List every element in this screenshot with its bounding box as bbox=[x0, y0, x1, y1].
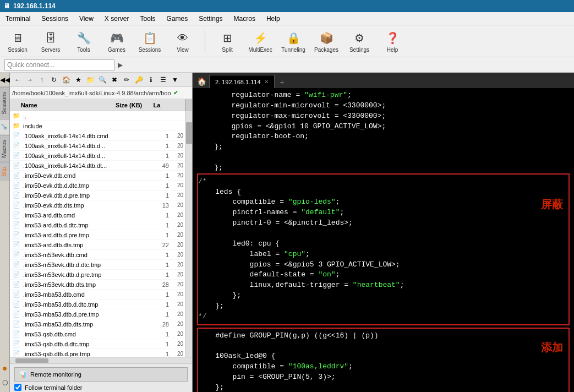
menu-view[interactable]: View bbox=[74, 12, 99, 25]
menu-games[interactable]: Games bbox=[161, 12, 194, 25]
bottom-icon[interactable]: ⬡ bbox=[0, 375, 9, 390]
list-item[interactable]: 📄 .imx53-mba53.dtb.d.pre.tmp 1 20 bbox=[10, 309, 185, 319]
list-item[interactable]: 📄 .imx53-mba53.dtb.d.dtc.tmp 1 20 bbox=[10, 300, 185, 309]
fp-btn-forward[interactable]: → bbox=[24, 74, 35, 85]
toolbar-sessions[interactable]: 📋 Sessions bbox=[136, 29, 163, 53]
list-item[interactable]: 📄 .100ask_imx6ull-14x14.dtb.d... 1 20 bbox=[10, 141, 185, 151]
list-item[interactable]: 📄 .imx53-ard.dtb.dts.tmp 22 20 bbox=[10, 240, 185, 250]
follow-terminal-checkbox[interactable] bbox=[14, 384, 21, 391]
fp-btn-newfolder[interactable]: 📁 bbox=[85, 74, 96, 85]
list-item[interactable]: 📄 .100ask_imx6ull-14x14.dtb.dt... 49 20 bbox=[10, 161, 185, 171]
list-item[interactable]: 📄 .imx50-evk.dtb.cmd 1 20 bbox=[10, 171, 185, 181]
file-size: 1 bbox=[155, 192, 172, 199]
file-icon: 📄 bbox=[12, 231, 21, 239]
annotation-added: 添加 bbox=[541, 340, 563, 355]
fp-btn-delete[interactable]: ✖ bbox=[109, 74, 120, 85]
fp-btn-permissions[interactable]: 🔑 bbox=[133, 74, 144, 85]
fp-btn-home[interactable]: 🏠 bbox=[61, 74, 72, 85]
file-size: 1 bbox=[155, 351, 172, 357]
list-item[interactable]: 📄 .imx53-qsb.dtb.cmd 1 20 bbox=[10, 329, 185, 339]
file-name: .imx53-ard.dtb.dts.tmp bbox=[23, 242, 155, 248]
menu-tools[interactable]: Tools bbox=[135, 12, 161, 25]
file-size: 28 bbox=[155, 281, 172, 288]
fp-btn-up[interactable]: ↑ bbox=[36, 74, 47, 85]
fp-btn-back[interactable]: ← bbox=[12, 74, 23, 85]
remote-monitoring-button[interactable]: 📊 Remote monitoring bbox=[14, 367, 188, 382]
toolbar-settings[interactable]: ⚙ Settings bbox=[346, 29, 373, 53]
collapse-icon[interactable]: ◀◀ bbox=[0, 73, 9, 87]
tab-close-icon[interactable]: ✕ bbox=[264, 79, 269, 85]
file-date: 20 bbox=[172, 242, 185, 248]
split-icon: ⊞ bbox=[218, 29, 236, 47]
file-icon: 📄 bbox=[12, 241, 21, 249]
list-item[interactable]: 📄 .imx53-m53evk.dtb.d.pre.tmp 1 20 bbox=[10, 270, 185, 280]
toolbar-servers[interactable]: 🗄 Servers bbox=[37, 29, 64, 53]
file-icon: 📄 bbox=[12, 290, 21, 299]
menu-terminal[interactable]: Terminal bbox=[0, 12, 36, 25]
sftp-active-icon[interactable]: ● bbox=[0, 361, 9, 375]
list-item[interactable]: 📄 .imx53-m53evk.dtb.dts.tmp 28 20 bbox=[10, 280, 185, 290]
tab-add-button[interactable]: + bbox=[276, 76, 289, 88]
toolbar-tunneling[interactable]: 🔒 Tunneling bbox=[280, 29, 307, 53]
fp-btn-more[interactable]: ▼ bbox=[170, 74, 181, 85]
list-item[interactable]: 📄 .100ask_imx6ull-14x14.dtb.cmd 1 20 bbox=[10, 131, 185, 141]
menu-sessions[interactable]: Sessions bbox=[36, 12, 74, 25]
fp-btn-info[interactable]: ℹ bbox=[145, 74, 156, 85]
list-item[interactable]: 📄 .imx50-evk.dtb.d.pre.tmp 1 20 bbox=[10, 190, 185, 200]
menu-macros[interactable]: Macros bbox=[228, 12, 261, 25]
annotation-shielded: 屏蔽 bbox=[541, 197, 563, 212]
file-icon: 📄 bbox=[12, 201, 21, 210]
sidebar-sftp[interactable]: Sftp bbox=[0, 162, 9, 181]
list-item[interactable]: 📄 .imx53-ard.dtb.d.dtc.tmp 1 20 bbox=[10, 220, 185, 230]
sidebar-macros[interactable]: Macros bbox=[0, 135, 9, 162]
terminal-tabs: 🏠 2. 192.168.1.114 ✕ + bbox=[193, 73, 574, 88]
toolbar-help[interactable]: ❓ Help bbox=[379, 29, 406, 53]
toolbar-view[interactable]: 👁 View bbox=[170, 29, 196, 53]
file-date: 20 bbox=[172, 192, 185, 198]
toolbar-session[interactable]: 🖥 Session bbox=[4, 29, 31, 53]
list-item[interactable]: 📄 .imx53-ard.dtb.d.pre.tmp 1 20 bbox=[10, 230, 185, 240]
toolbar-multiexec[interactable]: ⚡ MultiExec bbox=[247, 29, 274, 53]
terminal-body[interactable]: regulator-name = "wifi-pwr"; regulator-m… bbox=[193, 88, 574, 392]
fp-btn-menu[interactable]: ☰ bbox=[157, 74, 168, 85]
list-item[interactable]: 📄 .100ask_imx6ull-14x14.dtb.d... 1 20 bbox=[10, 151, 185, 161]
list-item[interactable]: 📄 .imx50-evk.dtb.d.dtc.tmp 1 20 bbox=[10, 181, 185, 190]
menu-help[interactable]: Help bbox=[261, 12, 286, 25]
filelist-scrollbar[interactable] bbox=[185, 111, 192, 357]
quickconnect-input[interactable] bbox=[4, 59, 114, 70]
fp-btn-filter[interactable]: 🔍 bbox=[97, 74, 108, 85]
list-item[interactable]: 📄 .imx53-m53evk.dtb.d.dtc.tmp 1 20 bbox=[10, 260, 185, 270]
folder-icon: 📁 bbox=[12, 112, 21, 121]
list-item[interactable]: 📄 .imx53-mba53.dtb.cmd 1 20 bbox=[10, 290, 185, 300]
toolbar-tools[interactable]: 🔧 Tools bbox=[70, 29, 97, 53]
toolbar-split[interactable]: ⊞ Split bbox=[214, 29, 240, 53]
list-item[interactable]: 📄 .imx50-evk.dtb.dts.tmp 13 20 bbox=[10, 200, 185, 210]
list-item[interactable]: 📄 .imx53-ard.dtb.cmd 1 20 bbox=[10, 210, 185, 220]
menu-settings[interactable]: Settings bbox=[193, 12, 228, 25]
sidebar-sessions[interactable]: Sessions bbox=[0, 87, 9, 119]
toolbar-view-label: View bbox=[177, 47, 189, 53]
terminal-tab-1[interactable]: 2. 192.168.1.114 ✕ bbox=[209, 75, 275, 88]
fp-btn-refresh[interactable]: ↻ bbox=[48, 74, 59, 85]
fp-btn-rename[interactable]: ✏ bbox=[121, 74, 132, 85]
terminal-content: regulator-name = "wifi-pwr"; regulator-m… bbox=[193, 88, 574, 392]
list-item[interactable]: 📄 .imx53-qsb.dtb.d.pre.tmp 1 20 bbox=[10, 349, 185, 357]
toolbar-session-label: Session bbox=[8, 47, 28, 53]
menu-xserver[interactable]: X server bbox=[99, 12, 135, 25]
file-date: 20 bbox=[172, 212, 185, 218]
tab-home-icon[interactable]: 🏠 bbox=[195, 75, 208, 88]
toolbar-packages[interactable]: 📦 Packages bbox=[313, 29, 340, 53]
sidebar-tools[interactable]: 🔧 bbox=[0, 119, 9, 135]
list-item[interactable]: 📁 .. bbox=[10, 111, 185, 121]
quickconnect-bar: ▶ bbox=[0, 57, 574, 73]
fp-btn-bookmark[interactable]: ★ bbox=[73, 74, 84, 85]
list-item[interactable]: 📁 include bbox=[10, 121, 185, 131]
file-icon: 📄 bbox=[12, 350, 21, 357]
filelist-hscrollbar[interactable] bbox=[10, 357, 192, 363]
list-item[interactable]: 📄 .imx53-m53evk.dtb.cmd 1 20 bbox=[10, 250, 185, 260]
file-name: .imx53-qsb.dtb.d.pre.tmp bbox=[23, 351, 155, 357]
list-item[interactable]: 📄 .imx53-mba53.dtb.dts.tmp 28 20 bbox=[10, 319, 185, 329]
toolbar-games[interactable]: 🎮 Games bbox=[103, 29, 130, 53]
list-item[interactable]: 📄 .imx53-qsb.dtb.d.dtc.tmp 1 20 bbox=[10, 339, 185, 349]
file-name: .imx53-mba53.dtb.cmd bbox=[23, 291, 155, 298]
